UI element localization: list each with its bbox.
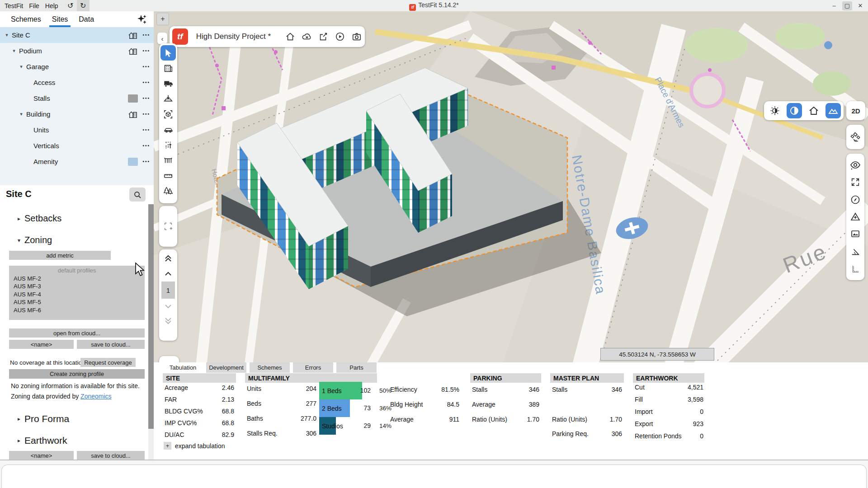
angle-measure-button[interactable] (848, 244, 863, 259)
cloud-sync-icon[interactable] (298, 28, 315, 45)
row-menu-icon[interactable]: ••• (142, 33, 150, 38)
floor-bottom-icon[interactable] (164, 316, 173, 325)
menu-help[interactable]: Help (45, 2, 64, 9)
compass-button[interactable] (848, 192, 863, 207)
terrain-toggle-button[interactable] (826, 103, 841, 118)
expand-tabulation-button[interactable]: + expand tabulation (164, 442, 225, 450)
select-tool-button[interactable] (160, 45, 176, 61)
row-menu-icon[interactable]: ••• (142, 96, 150, 101)
adjust-sliders-tool-button[interactable] (160, 137, 176, 153)
section-zoning[interactable]: ▾ Zoning (14, 235, 52, 245)
elevation-profile-button[interactable] (848, 261, 863, 277)
tree-item-units[interactable]: Units ••• (0, 122, 154, 138)
2d-mode-button[interactable]: 2D (846, 101, 865, 120)
ai-sparkle-icon[interactable] (137, 14, 147, 25)
project-title[interactable]: High Density Project * (196, 32, 282, 41)
collapse-toolbar-chevron[interactable]: ‹ (157, 33, 167, 44)
caret-down-icon[interactable]: ▾ (18, 64, 24, 70)
row-menu-icon[interactable]: ••• (142, 159, 150, 164)
menu-file[interactable]: File (29, 2, 45, 9)
home-view-button[interactable] (806, 103, 821, 118)
caret-right-icon[interactable]: ▸ (14, 416, 24, 422)
truck-loading-tool-button[interactable] (160, 76, 176, 91)
tree-item-podium[interactable]: ▾ Podium ••• (0, 43, 154, 59)
fullscreen-button[interactable] (848, 174, 863, 190)
row-menu-icon[interactable]: ••• (142, 112, 150, 117)
tree-item-site-c[interactable]: ▾ Site C ••• (0, 27, 154, 43)
row-menu-icon[interactable]: ••• (142, 143, 150, 148)
search-button[interactable] (129, 188, 146, 202)
satellite-imagery-button[interactable] (848, 129, 863, 145)
undo-icon[interactable]: ↺ (64, 0, 77, 11)
row-menu-icon[interactable]: ••• (142, 127, 150, 132)
row-menu-icon[interactable]: ••• (142, 64, 150, 69)
share-export-icon[interactable] (315, 28, 332, 45)
tree-item-amenity[interactable]: Amenity ••• (0, 154, 154, 169)
tab-development[interactable]: Development (206, 362, 246, 373)
tree-item-garage[interactable]: ▾ Garage ••• (0, 59, 154, 75)
profile-item-aus-mf-3[interactable]: AUS MF-3 (9, 282, 145, 290)
bridge-tool-button[interactable] (160, 153, 176, 168)
amenity-color-swatch[interactable] (128, 158, 138, 166)
caret-down-icon[interactable]: ▾ (14, 237, 24, 244)
tree-item-building[interactable]: ▾ Building ••• (0, 106, 154, 122)
profile-item-aus-mf-2[interactable]: AUS MF-2 (9, 274, 145, 282)
image-overlay-button[interactable] (848, 226, 863, 242)
add-region-tool-button[interactable] (160, 219, 176, 234)
floor-down-icon[interactable] (164, 302, 173, 311)
zoneomics-link[interactable]: Zoneomics (80, 393, 111, 400)
create-zoning-profile-button[interactable]: Create zoning profile (9, 369, 145, 379)
tab-data[interactable]: Data (79, 12, 94, 27)
building-tool-button[interactable] (160, 61, 176, 76)
add-metric-button[interactable]: add metric (9, 251, 111, 260)
caret-right-icon[interactable]: ▸ (14, 437, 24, 444)
terrain-add-button[interactable] (848, 209, 863, 225)
caret-down-icon[interactable]: ▾ (11, 48, 17, 54)
section-setbacks[interactable]: ▸ Setbacks (14, 213, 61, 224)
minimize-icon[interactable]: – (829, 1, 839, 10)
tab-errors[interactable]: Errors (293, 362, 333, 373)
profile-item-aus-mf-4[interactable]: AUS MF-4 (9, 290, 145, 298)
caret-down-icon[interactable]: ▾ (4, 32, 10, 38)
zoning-save-to-cloud-button[interactable]: save to cloud... (77, 340, 145, 349)
tab-tabulation[interactable]: Tabulation (163, 362, 203, 373)
camera-screenshot-icon[interactable] (348, 28, 365, 45)
stalls-color-swatch[interactable] (128, 94, 138, 103)
earthwork-name-field[interactable]: <name> (9, 451, 74, 460)
scan-object-tool-button[interactable] (160, 107, 176, 122)
redo-icon[interactable]: ↻ (77, 0, 90, 11)
floor-up-icon[interactable] (164, 269, 173, 278)
trees-landscape-tool-button[interactable] (160, 183, 176, 199)
tab-sites[interactable]: Sites (52, 12, 68, 27)
tab-schemes-bottom[interactable]: Schemes (250, 362, 290, 373)
open-from-cloud-button[interactable]: open from cloud... (9, 328, 145, 338)
map-add-button[interactable]: + (156, 13, 169, 25)
maximize-icon[interactable]: ▢ (842, 1, 852, 10)
bottom-console-card[interactable] (1, 465, 867, 488)
home-icon[interactable] (282, 28, 299, 45)
tree-item-stalls[interactable]: Stalls ••• (0, 90, 154, 106)
contrast-toggle-button[interactable] (787, 103, 802, 118)
close-icon[interactable]: ✕ (855, 1, 865, 10)
section-earthwork[interactable]: ▸ Earthwork (14, 435, 67, 446)
place-stamp-tool-button[interactable] (160, 91, 176, 107)
current-floor-indicator[interactable]: 1 (161, 282, 175, 299)
request-coverage-button[interactable]: Request coverage (80, 358, 136, 367)
tree-item-access[interactable]: Access ••• (0, 75, 154, 90)
menu-testfit[interactable]: TestFit (5, 2, 29, 9)
profile-item-aus-mf-6[interactable]: AUS MF-6 (9, 305, 145, 314)
brightness-toggle-button[interactable] (767, 103, 783, 118)
caret-right-icon[interactable]: ▸ (14, 216, 24, 222)
floor-top-icon[interactable] (164, 254, 173, 263)
zoning-name-field[interactable]: <name> (9, 340, 74, 349)
tab-parts[interactable]: Parts (336, 362, 377, 373)
inspector-scrollbar-thumb[interactable] (148, 204, 154, 429)
row-menu-icon[interactable]: ••• (142, 80, 150, 85)
caret-down-icon[interactable]: ▾ (18, 111, 24, 117)
tree-item-verticals[interactable]: Verticals ••• (0, 138, 154, 154)
profile-item-aus-mf-5[interactable]: AUS MF-5 (9, 298, 145, 306)
section-pro-forma[interactable]: ▸ Pro Forma (14, 413, 69, 424)
earthwork-save-to-cloud-button[interactable]: save to cloud... (77, 451, 145, 460)
visibility-eye-button[interactable] (848, 157, 863, 173)
row-menu-icon[interactable]: ••• (142, 48, 150, 53)
